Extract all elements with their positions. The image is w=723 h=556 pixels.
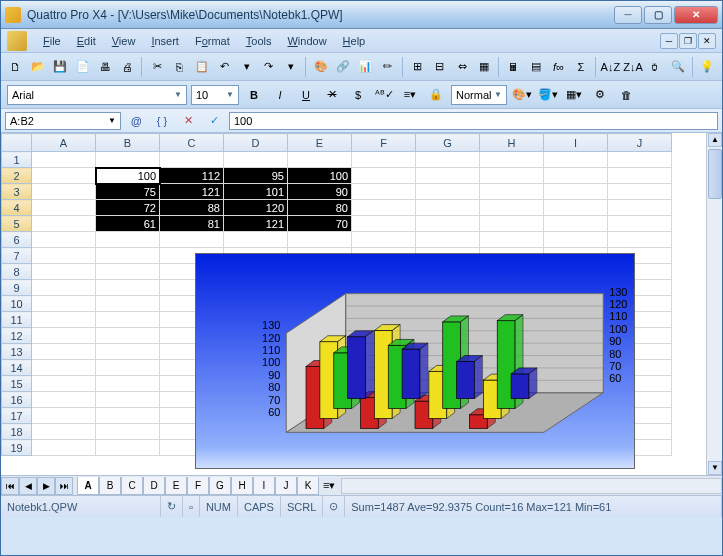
row-header-15[interactable]: 15 xyxy=(2,376,32,392)
lock-button[interactable]: 🔒 xyxy=(425,85,447,105)
row-header-8[interactable]: 8 xyxy=(2,264,32,280)
cell-J1[interactable] xyxy=(608,152,672,168)
cell-B14[interactable] xyxy=(96,360,160,376)
cell-J3[interactable] xyxy=(608,184,672,200)
cell-B8[interactable] xyxy=(96,264,160,280)
cell-D2[interactable]: 95 xyxy=(224,168,288,184)
tab-last-button[interactable]: ⏭ xyxy=(55,477,73,495)
cell-E5[interactable]: 70 xyxy=(288,216,352,232)
cell-B5[interactable]: 61 xyxy=(96,216,160,232)
cell-J5[interactable] xyxy=(608,216,672,232)
cell-H2[interactable] xyxy=(480,168,544,184)
cell-I1[interactable] xyxy=(544,152,608,168)
cell-B18[interactable] xyxy=(96,424,160,440)
link-button[interactable]: 🔗 xyxy=(332,56,353,78)
menu-help[interactable]: Help xyxy=(335,32,374,50)
sheet-tab-C[interactable]: C xyxy=(121,477,143,495)
cell-D3[interactable]: 101 xyxy=(224,184,288,200)
cell-A15[interactable] xyxy=(32,376,96,392)
cell-A4[interactable] xyxy=(32,200,96,216)
tab-prev-button[interactable]: ◀ xyxy=(19,477,37,495)
cell-B10[interactable] xyxy=(96,296,160,312)
document-icon[interactable] xyxy=(7,31,27,51)
col-header-J[interactable]: J xyxy=(608,134,672,152)
cell-H1[interactable] xyxy=(480,152,544,168)
cell-A9[interactable] xyxy=(32,280,96,296)
at-function-button[interactable]: @ xyxy=(125,111,147,131)
cell-I3[interactable] xyxy=(544,184,608,200)
drawing-button[interactable]: ✏ xyxy=(377,56,398,78)
row-header-7[interactable]: 7 xyxy=(2,248,32,264)
cell-F6[interactable] xyxy=(352,232,416,248)
col-header-D[interactable]: D xyxy=(224,134,288,152)
font-name-combo[interactable]: Arial▼ xyxy=(7,85,187,105)
cell-A8[interactable] xyxy=(32,264,96,280)
maximize-button[interactable]: ▢ xyxy=(644,6,672,24)
menu-view[interactable]: View xyxy=(104,32,144,50)
cut-button[interactable]: ✂ xyxy=(146,56,167,78)
cell-J2[interactable] xyxy=(608,168,672,184)
cell-B1[interactable] xyxy=(96,152,160,168)
sheet-tab-A[interactable]: A xyxy=(77,477,99,495)
cell-B9[interactable] xyxy=(96,280,160,296)
row-header-11[interactable]: 11 xyxy=(2,312,32,328)
cell-F5[interactable] xyxy=(352,216,416,232)
style-combo[interactable]: Normal▼ xyxy=(451,85,507,105)
cell-reference-box[interactable]: A:B2▼ xyxy=(5,112,121,130)
mdi-restore-button[interactable]: ❐ xyxy=(679,33,697,49)
sheet-tab-J[interactable]: J xyxy=(275,477,297,495)
cell-H5[interactable] xyxy=(480,216,544,232)
cell-E6[interactable] xyxy=(288,232,352,248)
cell-A5[interactable] xyxy=(32,216,96,232)
menu-edit[interactable]: Edit xyxy=(69,32,104,50)
minimize-button[interactable]: ─ xyxy=(614,6,642,24)
merge-button[interactable]: ▦ xyxy=(474,56,495,78)
undo-drop-button[interactable]: ▾ xyxy=(236,56,257,78)
cancel-edit-button[interactable]: ✕ xyxy=(177,111,199,131)
row-header-18[interactable]: 18 xyxy=(2,424,32,440)
align-button[interactable]: ≡▾ xyxy=(399,85,421,105)
sheet-tab-G[interactable]: G xyxy=(209,477,231,495)
formula-button[interactable]: f∞ xyxy=(548,56,569,78)
sheet-tab-F[interactable]: F xyxy=(187,477,209,495)
cell-B15[interactable] xyxy=(96,376,160,392)
cell-C5[interactable]: 81 xyxy=(160,216,224,232)
col-header-A[interactable]: A xyxy=(32,134,96,152)
row-header-16[interactable]: 16 xyxy=(2,392,32,408)
print-button[interactable]: 🖶 xyxy=(95,56,116,78)
redo-drop-button[interactable]: ▾ xyxy=(281,56,302,78)
menu-file[interactable]: File xyxy=(35,32,69,50)
clear-button[interactable]: 🗑 xyxy=(615,85,637,105)
accept-edit-button[interactable]: ✓ xyxy=(203,111,225,131)
mdi-close-button[interactable]: ✕ xyxy=(698,33,716,49)
cell-B19[interactable] xyxy=(96,440,160,456)
tab-first-button[interactable]: ⏮ xyxy=(1,477,19,495)
sheet-tab-E[interactable]: E xyxy=(165,477,187,495)
cell-G4[interactable] xyxy=(416,200,480,216)
cell-I2[interactable] xyxy=(544,168,608,184)
quickcell-button[interactable]: ≡▾ xyxy=(323,479,335,492)
cell-A2[interactable] xyxy=(32,168,96,184)
menu-format[interactable]: Format xyxy=(187,32,238,50)
cell-G1[interactable] xyxy=(416,152,480,168)
scroll-down-button[interactable]: ▼ xyxy=(708,461,722,475)
cell-G2[interactable] xyxy=(416,168,480,184)
fill-color-button[interactable]: 🪣▾ xyxy=(537,85,559,105)
redo-button[interactable]: ↷ xyxy=(258,56,279,78)
cell-H4[interactable] xyxy=(480,200,544,216)
cell-B3[interactable]: 75 xyxy=(96,184,160,200)
scroll-thumb[interactable] xyxy=(708,149,722,199)
cell-H6[interactable] xyxy=(480,232,544,248)
cell-C4[interactable]: 88 xyxy=(160,200,224,216)
cell-D6[interactable] xyxy=(224,232,288,248)
cell-E1[interactable] xyxy=(288,152,352,168)
row-header-12[interactable]: 12 xyxy=(2,328,32,344)
sum-button[interactable]: Σ xyxy=(570,56,591,78)
row-header-4[interactable]: 4 xyxy=(2,200,32,216)
insert-cells-button[interactable]: ⊞ xyxy=(407,56,428,78)
cell-I5[interactable] xyxy=(544,216,608,232)
cell-A19[interactable] xyxy=(32,440,96,456)
fit-button[interactable]: ⇔ xyxy=(451,56,472,78)
underline-button[interactable]: U xyxy=(295,85,317,105)
refresh-icon[interactable]: ↻ xyxy=(161,496,183,517)
